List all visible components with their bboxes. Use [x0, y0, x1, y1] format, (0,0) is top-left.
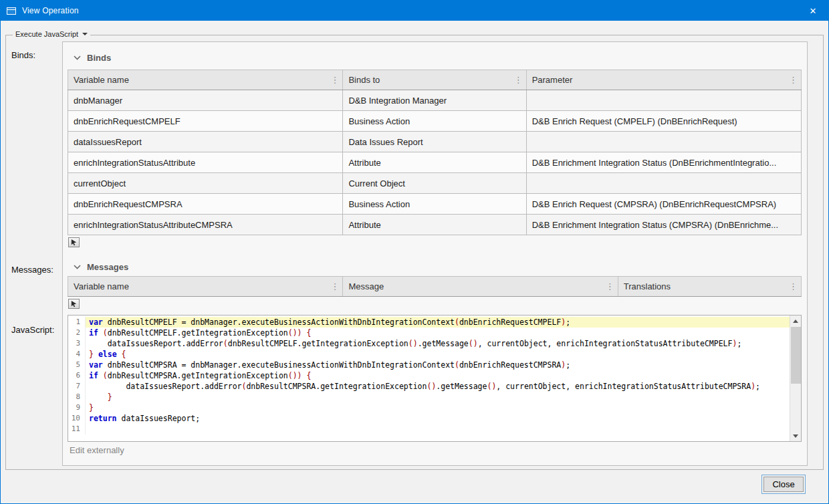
- table-cell: [526, 90, 801, 111]
- titlebar[interactable]: View Operation ✕: [1, 1, 828, 21]
- window-title: View Operation: [22, 6, 79, 15]
- line-number: 2: [68, 328, 86, 338]
- view-operation-dialog: View Operation ✕ Execute JavaScript Bind…: [0, 0, 829, 504]
- operation-type-dropdown[interactable]: Execute JavaScript: [13, 30, 90, 38]
- column-header-label: Variable name: [74, 75, 129, 85]
- column-menu-icon[interactable]: ⋮: [328, 281, 339, 291]
- close-icon: ✕: [810, 6, 817, 16]
- code-line-text: var dnbResultCMPSRA = dnbManager.execute…: [86, 360, 790, 370]
- editor-scrollbar[interactable]: [790, 316, 801, 441]
- table-row[interactable]: enrichIntegrationStatusAttributeAttribut…: [68, 152, 802, 173]
- table-row[interactable]: currentObjectCurrent Object: [68, 173, 802, 194]
- code-line: 1var dnbResultCMPELF = dnbManager.execut…: [68, 317, 790, 328]
- table-cell: enrichIntegrationStatusAttributeCMPSRA: [68, 215, 343, 235]
- chevron-down-icon: [74, 55, 81, 60]
- code-line: 8 }: [68, 392, 790, 402]
- column-header-parameter[interactable]: Parameter⋮: [526, 70, 801, 90]
- code-line-text: var dnbResultCMPELF = dnbManager.execute…: [86, 317, 790, 328]
- table-cell: dataIssuesReport: [68, 132, 343, 152]
- window-icon: [7, 7, 16, 15]
- column-menu-icon[interactable]: ⋮: [603, 281, 614, 291]
- messages-section-header[interactable]: Messages: [74, 262, 802, 272]
- table-cell: Business Action: [343, 111, 526, 132]
- column-header-label: Variable name: [74, 281, 129, 291]
- code-lines: 1var dnbResultCMPELF = dnbManager.execut…: [68, 316, 790, 441]
- binds-label: Binds:: [11, 50, 35, 60]
- edit-externally-link[interactable]: Edit externally: [70, 445, 802, 455]
- table-header-row: Variable name⋮Message⋮Translations⋮: [68, 277, 802, 297]
- close-button[interactable]: Close: [763, 477, 804, 492]
- column-menu-icon[interactable]: ⋮: [511, 75, 523, 85]
- column-menu-icon[interactable]: ⋮: [786, 75, 798, 85]
- line-number: 10: [68, 413, 86, 424]
- code-line: 11: [68, 424, 790, 434]
- table-row[interactable]: dnbEnrichRequestCMPSRABusiness ActionD&B…: [68, 194, 802, 215]
- messages-table-menu-button[interactable]: [68, 299, 80, 309]
- table-row[interactable]: enrichIntegrationStatusAttributeCMPSRAAt…: [68, 215, 802, 235]
- triangle-down-icon: [793, 434, 798, 438]
- column-header-variable-name[interactable]: Variable name⋮: [68, 277, 343, 297]
- triangle-up-icon: [793, 320, 798, 323]
- messages-section-title: Messages: [87, 262, 128, 272]
- js-code-editor[interactable]: 1var dnbResultCMPELF = dnbManager.execut…: [68, 315, 802, 442]
- table-cell: D&B Integration Manager: [343, 90, 526, 111]
- table-row[interactable]: dnbEnrichRequestCMPELFBusiness ActionD&B…: [68, 111, 802, 132]
- line-number: 8: [68, 392, 86, 402]
- column-header-label: Binds to: [348, 75, 380, 85]
- table-cell: D&B Enrich Request (CMPELF) (DnBEnrichRe…: [526, 111, 801, 132]
- table-cell: D&B Enrich Request (CMPSRA) (DnBEnrichRe…: [526, 194, 801, 215]
- table-cell: dnbEnrichRequestCMPSRA: [68, 194, 343, 215]
- table-cell: dnbManager: [68, 90, 343, 111]
- code-line-text: } else {: [86, 349, 790, 360]
- table-cell: Current Object: [343, 173, 526, 194]
- line-number: 7: [68, 381, 86, 392]
- table-cell: D&B Enrichment Integration Status (DnBEn…: [526, 152, 801, 173]
- column-header-translations[interactable]: Translations⋮: [618, 277, 801, 297]
- table-cell: [526, 132, 801, 152]
- code-line: 6if (dnbResultCMPSRA.getIntegrationExcep…: [68, 370, 790, 381]
- messages-label: Messages:: [11, 265, 53, 275]
- table-cell: Attribute: [343, 215, 526, 235]
- table-cell: D&B Enrichment Integration Status (CMPSR…: [526, 215, 801, 235]
- column-header-binds-to[interactable]: Binds to⋮: [343, 70, 526, 90]
- dropdown-arrow-icon: [82, 33, 88, 35]
- scrollbar-thumb[interactable]: [791, 327, 801, 384]
- line-number: 4: [68, 349, 86, 360]
- table-row[interactable]: dnbManagerD&B Integration Manager: [68, 90, 802, 111]
- binds-section-header[interactable]: Binds: [74, 53, 802, 63]
- binds-table-menu-button[interactable]: [68, 237, 80, 247]
- code-line-text: [86, 424, 790, 434]
- close-button-focus-ring: Close: [761, 475, 806, 494]
- column-header-message[interactable]: Message⋮: [343, 277, 618, 297]
- line-number: 5: [68, 360, 86, 370]
- code-line: 2if (dnbResultCMPELF.getIntegrationExcep…: [68, 328, 790, 338]
- code-line-text: dataIssuesReport.addError(dnbResultCMPEL…: [86, 338, 790, 349]
- line-number: 1: [68, 317, 86, 328]
- column-header-variable-name[interactable]: Variable name⋮: [68, 70, 343, 90]
- column-header-label: Parameter: [532, 75, 573, 85]
- binds-section-title: Binds: [87, 53, 111, 63]
- code-line: 10return dataIssuesReport;: [68, 413, 790, 424]
- line-number: 3: [68, 338, 86, 349]
- column-header-label: Message: [348, 281, 384, 291]
- table-cell: [526, 173, 801, 194]
- table-cell: currentObject: [68, 173, 343, 194]
- scroll-down-button[interactable]: [790, 430, 801, 441]
- table-row[interactable]: dataIssuesReportData Issues Report: [68, 132, 802, 152]
- scroll-up-button[interactable]: [790, 316, 801, 326]
- column-menu-icon[interactable]: ⋮: [328, 75, 339, 85]
- code-line-text: if (dnbResultCMPSRA.getIntegrationExcept…: [86, 370, 790, 381]
- code-line: 7 dataIssuesReport.addError(dnbResultCMP…: [68, 381, 790, 392]
- line-number: 11: [68, 424, 86, 434]
- javascript-label: JavaScript:: [11, 325, 54, 335]
- content-panel: Binds Variable name⋮Binds to⋮Parameter⋮d…: [62, 41, 808, 466]
- window-close-button[interactable]: ✕: [798, 1, 828, 21]
- code-line-text: dataIssuesReport.addError(dnbResultCMPSR…: [86, 381, 790, 392]
- column-menu-icon[interactable]: ⋮: [786, 281, 798, 291]
- execute-javascript-groupbox: Execute JavaScript Binds: Messages: Java…: [5, 35, 824, 470]
- code-line: 5var dnbResultCMPSRA = dnbManager.execut…: [68, 360, 790, 370]
- binds-table: Variable name⋮Binds to⋮Parameter⋮dnbMana…: [68, 70, 802, 235]
- table-cell: dnbEnrichRequestCMPELF: [68, 111, 343, 132]
- messages-table: Variable name⋮Message⋮Translations⋮: [68, 276, 802, 297]
- code-line: 9}: [68, 402, 790, 413]
